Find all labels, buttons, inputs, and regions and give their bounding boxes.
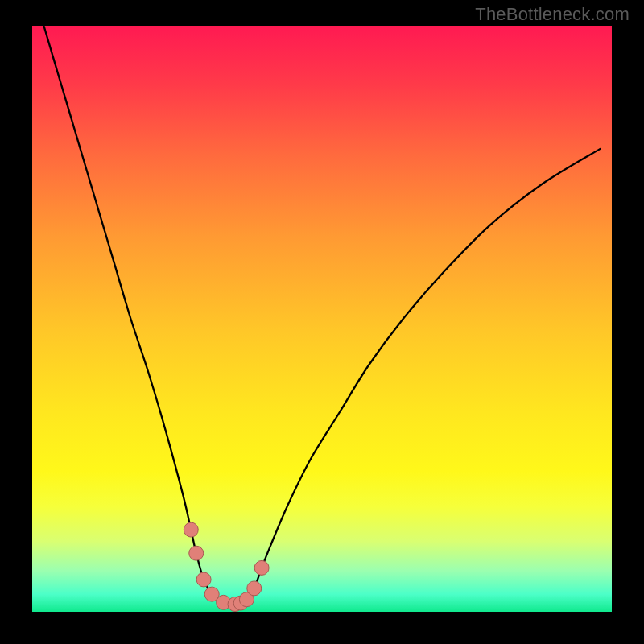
data-markers	[184, 522, 269, 611]
chart-frame: TheBottleneck.com	[0, 0, 644, 644]
data-point-marker	[189, 546, 204, 560]
plot-area	[32, 26, 612, 612]
data-point-marker	[247, 581, 262, 596]
bottleneck-curve	[43, 26, 600, 605]
data-point-marker	[196, 572, 211, 587]
watermark-text: TheBottleneck.com	[475, 4, 630, 25]
data-point-marker	[254, 560, 269, 575]
chart-svg	[32, 26, 612, 612]
data-point-marker	[184, 522, 198, 537]
